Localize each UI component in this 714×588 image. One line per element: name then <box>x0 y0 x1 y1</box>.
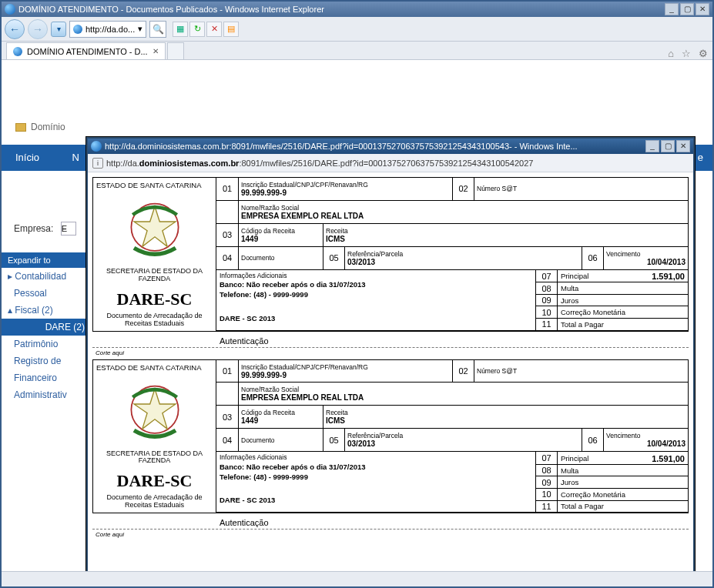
field-04-num: 04 <box>216 429 238 452</box>
dare-subtitle: Documento de Arrecadação de Receitas Est… <box>96 494 213 509</box>
field-04: Documento <box>238 429 323 452</box>
breadcrumb: Domínio <box>15 122 65 132</box>
cut-line: Corte aqui <box>92 347 689 359</box>
forward-button[interactable]: → <box>28 19 48 39</box>
state-crest-icon <box>120 376 189 446</box>
s07: Principal1.591,00 <box>557 270 688 283</box>
dare-slip: ESTADO DE SANTA CATARINA SECRETARIA DE E… <box>92 177 689 332</box>
dare-subtitle: Documento de Arrecadação de Receitas Est… <box>96 312 213 328</box>
popup-titlebar: http://da.dominiosistemas.com.br:8091/mw… <box>88 139 693 154</box>
tools-icon[interactable]: ⚙ <box>699 48 708 59</box>
field-01: Inscrição Estadual/CNPJ/CPF/Renavan/RG 9… <box>238 178 452 201</box>
popup-window: http://da.dominiosistemas.com.br:8091/mw… <box>86 137 695 571</box>
home-icon[interactable]: ⌂ <box>668 48 674 59</box>
s10: Correção Monetária <box>557 489 688 501</box>
maximize-button[interactable]: ▢ <box>680 3 694 15</box>
popup-minimize-button[interactable]: _ <box>645 140 659 152</box>
field-03-num: 03 <box>216 224 238 247</box>
dare-title: DARE-SC <box>117 289 193 309</box>
menu-patrimonio[interactable]: Patrimônio <box>2 336 91 352</box>
s08: Multa <box>557 282 688 295</box>
n08: 08 <box>535 282 557 295</box>
refresh-icon[interactable]: ↻ <box>189 22 205 37</box>
field-01: Inscrição Estadual/CNPJ/CPF/Renavan/RG 9… <box>238 360 452 383</box>
page-content: Domínio Início N e Empresa: Expandir to … <box>2 60 712 571</box>
menu-registro[interactable]: Registro de <box>2 352 91 369</box>
nav-letter[interactable]: N <box>59 152 79 163</box>
nav-dropdown[interactable]: ▾ <box>51 22 66 37</box>
dare-title: DARE-SC <box>117 471 193 491</box>
s11: Total a Pagar <box>557 319 688 331</box>
dare-slip: ESTADO DE SANTA CATARINA SECRETARIA DE E… <box>92 359 689 514</box>
close-button[interactable]: ✕ <box>696 3 709 15</box>
field-02: Número S@T <box>474 178 688 201</box>
menu-administrativo[interactable]: Administrativ <box>2 386 91 403</box>
main-ie-window: DOMÍNIO ATENDIMENTO - Documentos Publica… <box>0 0 714 588</box>
field-01-num: 01 <box>216 178 238 201</box>
address-bar[interactable]: http://da.do... ▾ <box>69 21 146 38</box>
n10: 10 <box>535 489 557 501</box>
site-icon <box>73 25 82 34</box>
feeds-icon[interactable]: ▤ <box>223 22 239 37</box>
n08: 08 <box>535 465 557 477</box>
n09: 09 <box>535 295 557 307</box>
field-06-num: 06 <box>582 429 603 452</box>
n11: 11 <box>535 319 557 331</box>
s11: Total a Pagar <box>557 501 688 513</box>
cut-line: Corte aqui <box>92 529 689 541</box>
address-text: http://da.do... <box>85 25 135 34</box>
popup-maximize-button[interactable]: ▢ <box>661 140 675 152</box>
s08: Multa <box>557 465 688 477</box>
expand-all[interactable]: Expandir to <box>2 252 91 268</box>
field-03: Código da Receita1449 <box>238 224 323 247</box>
popup-close-button[interactable]: ✕ <box>676 140 690 152</box>
ie-icon <box>91 141 102 152</box>
field-01-num: 01 <box>216 360 238 383</box>
menu-fiscal[interactable]: ▴ Fiscal (2) <box>2 302 91 319</box>
n11: 11 <box>535 501 557 513</box>
nav-extra[interactable]: e <box>698 145 703 171</box>
s09: Juros <box>557 476 688 489</box>
compat-icon[interactable]: ▦ <box>173 22 188 37</box>
tab-title: DOMÍNIO ATENDIMENTO - D... <box>27 47 148 56</box>
field-receita: ReceitaICMS <box>323 406 688 429</box>
state-name: ESTADO DE SANTA CATARINA <box>96 181 213 191</box>
secretaria-label: SECRETARIA DE ESTADO DA FAZENDA <box>96 268 213 283</box>
search-button[interactable]: 🔍 <box>149 21 166 38</box>
field-06: Vencimento10/04/2013 <box>603 247 688 270</box>
info-adicionais: Informações Adicionais Banco: Não recebe… <box>216 270 535 331</box>
menu-pessoal[interactable]: Pessoal <box>2 285 91 302</box>
field-06-num: 06 <box>582 247 603 270</box>
status-bar <box>2 571 712 586</box>
stop-icon[interactable]: ✕ <box>206 22 222 37</box>
s10: Correção Monetária <box>557 306 688 319</box>
new-tab-button[interactable] <box>167 42 184 59</box>
popup-body[interactable]: ESTADO DE SANTA CATARINA SECRETARIA DE E… <box>88 172 693 571</box>
field-05: Referência/Parcela03/2013 <box>344 247 582 270</box>
main-titlebar: DOMÍNIO ATENDIMENTO - Documentos Publica… <box>2 2 712 17</box>
favorites-icon[interactable]: ☆ <box>682 48 691 59</box>
menu-dare[interactable]: DARE (2) <box>2 319 91 336</box>
nav-inicio[interactable]: Início <box>2 152 39 163</box>
autenticacao-label: Autenticação <box>92 516 689 527</box>
field-nome: Nome/Razão Social EMPRESA EXEMPLO REAL L… <box>238 383 688 406</box>
ie-icon <box>5 4 15 15</box>
info-adicionais: Informações Adicionais Banco: Não recebe… <box>216 452 535 513</box>
main-title: DOMÍNIO ATENDIMENTO - Documentos Publica… <box>18 5 665 14</box>
menu-contabilidade[interactable]: ▸ Contabilidad <box>2 268 91 285</box>
menu-financeiro[interactable]: Financeiro <box>2 369 91 386</box>
n09: 09 <box>535 476 557 489</box>
secretaria-label: SECRETARIA DE ESTADO DA FAZENDA <box>96 450 213 466</box>
browser-tab[interactable]: DOMÍNIO ATENDIMENTO - D... ✕ <box>6 42 166 59</box>
popup-address-bar[interactable]: i http://da.dominiosistemas.com.br:8091/… <box>88 154 693 172</box>
minimize-button[interactable]: _ <box>665 3 679 15</box>
field-02: Número S@T <box>474 360 688 383</box>
tab-close-icon[interactable]: ✕ <box>153 47 159 55</box>
field-02-num: 02 <box>452 178 474 201</box>
field-03-num: 03 <box>216 406 238 429</box>
autenticacao-label: Autenticação <box>92 335 689 346</box>
back-button[interactable]: ← <box>5 19 25 39</box>
empresa-input[interactable] <box>61 222 76 236</box>
s07: Principal1.591,00 <box>557 452 688 465</box>
s09: Juros <box>557 295 688 307</box>
